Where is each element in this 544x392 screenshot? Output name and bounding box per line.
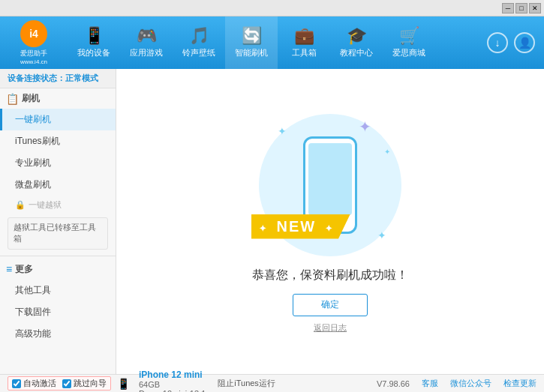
jailbreak-notice: 越狱工具已转移至工具箱 — [8, 217, 108, 250]
more-section-icon: ≡ — [6, 263, 12, 275]
update-link[interactable]: 检查更新 — [503, 378, 536, 389]
auto-activate-item[interactable]: 自动激活 — [12, 378, 56, 389]
smart-shop-icon: 🔄 — [242, 28, 262, 44]
new-banner-wrapper: ✦ NEW ✦ — [251, 214, 350, 239]
sidebar: 设备连接状态：正常模式 📋 刷机 一键刷机 iTunes刷机 专业刷机 微盘刷机… — [0, 69, 116, 374]
sidebar-item-itunes-flash[interactable]: iTunes刷机 — [0, 130, 116, 152]
success-text: 恭喜您，保资料刷机成功啦！ — [252, 268, 408, 283]
logo-icon: i4 — [20, 20, 47, 47]
bottom-bar: 自动激活 跳过向导 📱 iPhone 12 mini 64GB Down-12m… — [0, 374, 544, 392]
device-status: 设备连接状态：正常模式 — [0, 69, 116, 88]
my-device-icon: 📱 — [84, 28, 104, 44]
restore-button[interactable]: □ — [515, 3, 527, 13]
sparkle-2: ✦ — [359, 118, 371, 136]
close-button[interactable]: ✕ — [529, 3, 541, 13]
apps-games-icon: 🎮 — [137, 28, 157, 44]
new-banner: ✦ NEW ✦ — [251, 214, 350, 239]
confirm-button[interactable]: 确定 — [293, 294, 368, 316]
flash-section-icon: 📋 — [6, 93, 19, 105]
sidebar-item-save-flash[interactable]: 微盘刷机 — [0, 174, 116, 196]
sidebar-item-advanced[interactable]: 高级功能 — [0, 323, 116, 345]
sparkle-4: ✦ — [384, 148, 390, 156]
phone-screen — [308, 143, 352, 215]
sidebar-item-pro-flash[interactable]: 专业刷机 — [0, 152, 116, 174]
header: i4 爱思助手 www.i4.cn 📱 我的设备 🎮 应用游戏 🎵 铃声壁纸 🔄… — [0, 16, 544, 69]
device-info: iPhone 12 mini 64GB Down-12mini-13,1 — [133, 370, 212, 393]
nav-right: ↓ 👤 — [487, 32, 544, 53]
device-area: 📱 iPhone 12 mini 64GB Down-12mini-13,1 — [117, 370, 212, 393]
nav-toolbox[interactable]: 💼 工具箱 — [278, 16, 330, 69]
nav-ringtones[interactable]: 🎵 铃声壁纸 — [173, 16, 225, 69]
main-area: 设备连接状态：正常模式 📋 刷机 一键刷机 iTunes刷机 专业刷机 微盘刷机… — [0, 69, 544, 374]
new-stars-right: ✦ — [325, 223, 334, 234]
download-button[interactable]: ↓ — [487, 32, 508, 53]
auto-activate-checkbox[interactable] — [12, 379, 21, 388]
new-stars-left: ✦ — [259, 223, 268, 234]
checkbox-area: 自动激活 跳过向导 — [8, 376, 111, 391]
nav-wechat-shop[interactable]: 🛒 爱思商城 — [383, 16, 435, 69]
bottom-right: V7.98.66 客服 微信公众号 检查更新 — [377, 378, 536, 389]
nav-smart-shop[interactable]: 🔄 智能刷机 — [225, 16, 278, 69]
skip-wizard-item[interactable]: 跳过向导 — [62, 378, 107, 389]
phone-small-icon: 📱 — [117, 378, 130, 390]
nav-tutorials[interactable]: 🎓 教程中心 — [330, 16, 383, 69]
stop-itunes-button[interactable]: 阻止iTunes运行 — [218, 378, 275, 389]
nav-items: 📱 我的设备 🎮 应用游戏 🎵 铃声壁纸 🔄 智能刷机 💼 工具箱 🎓 教程中心… — [68, 16, 487, 69]
tutorials-icon: 🎓 — [347, 28, 367, 44]
wechat-shop-icon: 🛒 — [399, 28, 419, 44]
skip-wizard-checkbox[interactable] — [62, 379, 71, 388]
sidebar-item-other-tools[interactable]: 其他工具 — [0, 280, 116, 301]
nav-my-device[interactable]: 📱 我的设备 — [68, 16, 120, 69]
nav-apps-games[interactable]: 🎮 应用游戏 — [120, 16, 173, 69]
sidebar-more-header: ≡ 更多 — [0, 259, 116, 280]
title-bar: ─ □ ✕ — [0, 0, 544, 16]
support-link[interactable]: 客服 — [422, 378, 438, 389]
minimize-button[interactable]: ─ — [502, 3, 514, 13]
sidebar-item-download-firmware[interactable]: 下载固件 — [0, 301, 116, 323]
logo-area: i4 爱思助手 www.i4.cn — [0, 20, 68, 65]
sidebar-flash-header: 📋 刷机 — [0, 88, 116, 109]
ringtones-icon: 🎵 — [189, 28, 209, 44]
sidebar-divider-1 — [0, 256, 116, 256]
toolbox-icon: 💼 — [294, 28, 314, 44]
sidebar-jailbreak-grayed: 🔒 一键越狱 — [0, 196, 116, 214]
window-controls[interactable]: ─ □ ✕ — [502, 3, 541, 13]
sparkle-1: ✦ — [278, 125, 287, 137]
logo-text: 爱思助手 www.i4.cn — [20, 49, 47, 65]
version-text: V7.98.66 — [377, 379, 410, 388]
lock-icon: 🔒 — [15, 200, 26, 210]
user-button[interactable]: 👤 — [514, 32, 535, 53]
back-link[interactable]: 返回日志 — [314, 322, 347, 334]
wechat-link[interactable]: 微信公众号 — [450, 378, 491, 389]
sparkle-3: ✦ — [377, 229, 386, 241]
phone-illustration: ✦ ✦ ✦ ✦ ✦ NEW ✦ — [255, 110, 405, 260]
content-area: ✦ ✦ ✦ ✦ ✦ NEW ✦ 恭喜您，保资料刷机成功啦！ 确定 — [116, 69, 544, 374]
sidebar-item-one-click-flash[interactable]: 一键刷机 — [0, 109, 116, 130]
